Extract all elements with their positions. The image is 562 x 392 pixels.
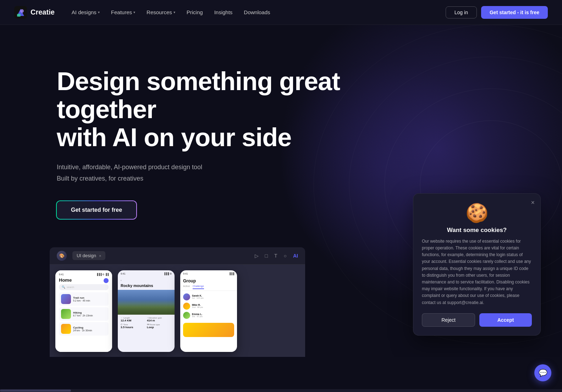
hero-content: Design something great together with AI … [57,67,341,219]
canvas-tab-close[interactable]: × [99,254,101,258]
canvas-tab[interactable]: UI design × [72,251,105,260]
nav-downloads[interactable]: Downloads [244,9,270,15]
login-button[interactable]: Log in [446,6,477,18]
chevron-down-icon: ▾ [133,10,135,14]
cookie-close-button[interactable]: × [531,199,535,206]
nav-insights[interactable]: Insights [214,9,233,15]
hero-section: Design something great together with AI … [0,25,562,357]
logo-text: Creatie [31,8,55,16]
nav-pricing[interactable]: Pricing [187,9,203,15]
chat-bubble-button[interactable]: 💬 [534,364,551,381]
cookie-banner: 🍪 × Want some cookies? Our website requi… [413,193,541,336]
navigation: Creatie AI designs ▾ Features ▾ Resource… [0,0,562,25]
group-yellow-box [183,323,234,337]
rocky-title: Rocky mountains [118,283,175,290]
chat-icon: 💬 [539,369,547,377]
group-title: Group [180,276,237,285]
chevron-down-icon: ▾ [98,10,100,14]
cookie-body: Our website requires the use of essentia… [422,238,532,306]
group-tabs: Active Challenge [180,285,237,291]
nav-links: AI designs ▾ Features ▾ Resources ▾ Pric… [72,9,446,15]
svg-point-2 [20,9,24,13]
nav-ai-designs[interactable]: AI designs ▾ [72,9,100,15]
get-started-nav-button[interactable]: Get started - it is free [481,6,548,19]
get-started-hero-button[interactable]: Get started for free [57,201,136,219]
group-tab-active[interactable]: Active [183,285,190,289]
hero-subtitle: Intuitive, affordable, AI-powered produc… [57,162,341,184]
scrollbar-thumb[interactable] [0,390,71,392]
logo-icon [14,6,27,19]
ai-tool-button[interactable]: AI [293,253,298,259]
chevron-down-icon: ▾ [173,10,175,14]
phone-card-rocky: 9:41 ▐▐▐ ⚙ ‹ Rocky mountains ↔ Length 12… [118,270,175,352]
cookie-accept-button[interactable]: Accept [479,313,532,327]
scrollbar[interactable] [0,389,562,392]
phone-home-title: Home [59,277,72,283]
svg-rect-3 [17,14,21,17]
nav-resources[interactable]: Resources ▾ [147,9,175,15]
canvas-toolbar: 🎨 UI design × ▷ □ T ○ AI [50,247,305,265]
phone-card-home: 9:41 ▐▐▐ ⚙ ▐▐ Home 🔍 search Trai [55,270,112,352]
group-list: Sarah K. 1st · 124 pts Mike R. 2nd · 98 … [180,291,237,321]
shape-tool-button[interactable]: ○ [284,253,287,259]
group-tab-challenge[interactable]: Challenge [193,285,204,289]
rocky-stats: ↔ Length 12.4 KM ↑ Elevation gain 414 m … [118,315,175,331]
nav-features[interactable]: Features ▾ [111,9,135,15]
cookie-reject-button[interactable]: Reject [422,313,475,327]
text-tool-button[interactable]: T [274,253,277,259]
phone-card-group: 9:41 ▐▐▐ Group Active Challenge Sarah K.… [180,270,237,352]
cookie-emoji: 🍪 [465,203,489,223]
nav-actions: Log in Get started - it is free [446,6,548,19]
cookie-title: Want some cookies? [422,227,532,234]
cookie-actions: Reject Accept [422,313,532,327]
canvas-tools: ▷ □ T ○ AI [255,253,298,259]
logo[interactable]: Creatie [14,6,55,19]
rocky-image [118,290,175,315]
frame-tool-button[interactable]: □ [265,253,268,259]
hero-title: Design something great together with AI … [57,67,341,152]
canvas-area: 9:41 ▐▐▐ ⚙ ▐▐ Home 🔍 search Trai [50,265,305,357]
select-tool-button[interactable]: ▷ [255,253,259,259]
canvas-user-avatar: 🎨 [57,251,67,261]
